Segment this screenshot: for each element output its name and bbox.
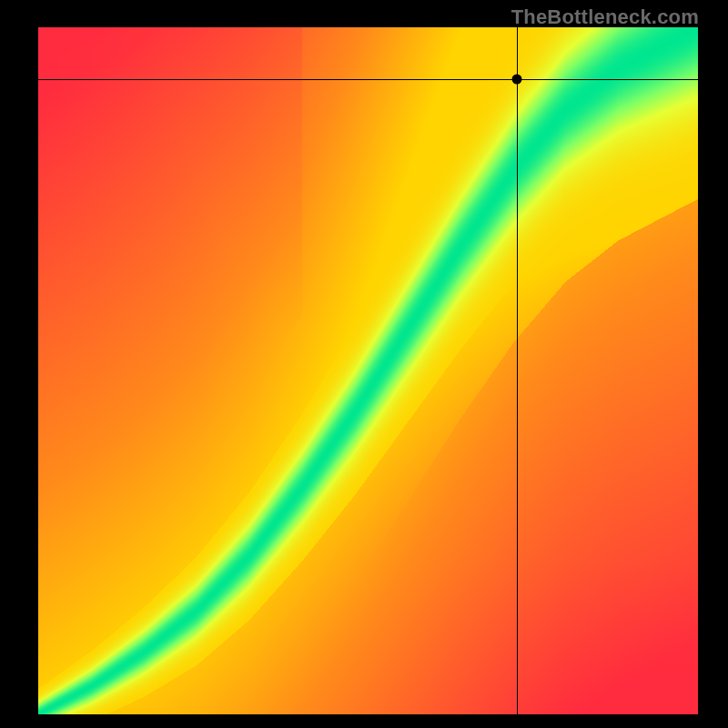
chart-frame: TheBottleneck.com <box>0 0 728 728</box>
crosshair-horizontal <box>38 79 698 80</box>
crosshair-vertical <box>517 27 518 714</box>
heatmap-plot <box>38 27 698 714</box>
data-point-marker <box>511 74 521 84</box>
watermark-text: TheBottleneck.com <box>511 5 699 29</box>
heatmap-canvas <box>38 27 698 714</box>
